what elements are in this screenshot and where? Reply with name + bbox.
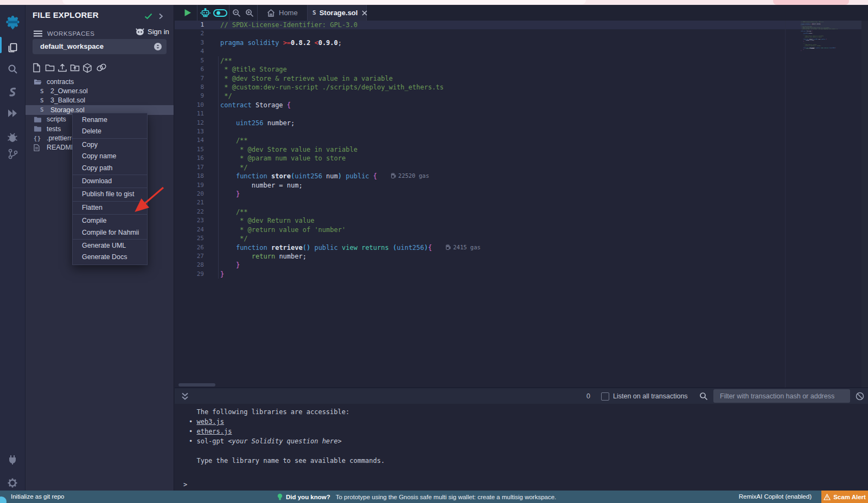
- chevron-right-icon[interactable]: [158, 12, 163, 22]
- code-text: * @dev Return value: [204, 216, 314, 225]
- terminal-link-web3-js[interactable]: web3.js: [196, 418, 224, 425]
- hamburger-menu-icon[interactable]: [34, 29, 42, 39]
- copilot-toggle[interactable]: [213, 9, 227, 17]
- code-line-29[interactable]: 29}: [175, 270, 801, 279]
- cube-icon[interactable]: [82, 63, 92, 75]
- code-line-24[interactable]: 24 * @return value of 'number': [175, 225, 801, 234]
- code-line-1[interactable]: 1// SPDX-License-Identifier: GPL-3.0: [175, 21, 801, 29]
- warning-icon: [824, 494, 831, 500]
- file-explorer-icon[interactable]: [0, 42, 25, 54]
- listen-checkbox[interactable]: [601, 392, 609, 401]
- terminal-link-ethers-js[interactable]: ethers.js: [196, 428, 232, 435]
- line-number: 10: [175, 101, 204, 109]
- file-contracts[interactable]: contracts: [25, 77, 174, 86]
- code-line-2[interactable]: 2: [175, 29, 801, 38]
- code-line-20[interactable]: 20 }: [175, 190, 801, 198]
- menu-item-copy-path[interactable]: Copy path: [73, 163, 147, 174]
- line-number: 26: [175, 243, 204, 252]
- remix-logo-icon[interactable]: [0, 15, 25, 30]
- terminal-prompt[interactable]: >: [183, 481, 187, 488]
- settings-icon[interactable]: [0, 477, 25, 489]
- run-script-icon[interactable]: [184, 9, 192, 17]
- code-line-23[interactable]: 23 * @dev Return value: [175, 216, 801, 225]
- code-text: */: [204, 163, 248, 172]
- menu-item-compile-for-nahmii[interactable]: Compile for Nahmii: [73, 227, 147, 238]
- tab-home[interactable]: Home: [261, 5, 303, 21]
- copilot-status[interactable]: RemixAI Copilot (enabled): [739, 491, 812, 503]
- code-line-3[interactable]: 3pragma solidity >=0.8.2 <0.9.0;: [175, 38, 801, 47]
- code-line-26[interactable]: 26 function retrieve() public view retur…: [175, 243, 801, 252]
- plugin-manager-icon[interactable]: [0, 454, 25, 466]
- line-number: 13: [175, 127, 204, 136]
- code-line-6[interactable]: 6 * @title Storage: [175, 65, 801, 74]
- code-line-4[interactable]: 4: [175, 47, 801, 56]
- code-line-17[interactable]: 17 */: [175, 163, 801, 172]
- ai-copilot-robot-icon[interactable]: [200, 8, 210, 18]
- code-line-10[interactable]: 10contract Storage {: [175, 101, 801, 109]
- code-line-12[interactable]: 12 uint256 number;: [175, 119, 801, 127]
- workspace-select[interactable]: default_workspace: [33, 39, 167, 54]
- code-line-18[interactable]: 18 function store(uint256 num) public {2…: [175, 172, 801, 180]
- code-line-11[interactable]: 11: [175, 109, 801, 118]
- sign-in-button[interactable]: Sign in: [136, 28, 169, 36]
- file-3-ballot-sol[interactable]: S3_Ballot.sol: [25, 96, 174, 105]
- line-number: 24: [175, 225, 204, 234]
- code-lines: 1// SPDX-License-Identifier: GPL-3.023pr…: [175, 21, 801, 279]
- menu-item-generate-docs[interactable]: Generate Docs: [73, 252, 147, 263]
- menu-item-generate-uml[interactable]: Generate UML: [73, 240, 147, 252]
- solidity-icon: S: [40, 106, 48, 113]
- deploy-and-run-icon[interactable]: [0, 108, 25, 119]
- git-init-button[interactable]: Initialize as git repo: [11, 491, 64, 503]
- code-text: * @custom:dev-run-script ./scripts/deplo…: [204, 83, 444, 92]
- menu-item-rename[interactable]: Rename: [73, 114, 147, 126]
- clear-console-icon[interactable]: [856, 392, 864, 403]
- zoom-in-icon[interactable]: [245, 9, 254, 17]
- code-line-28[interactable]: 28 }: [175, 261, 801, 269]
- menu-item-copy-name[interactable]: Copy name: [73, 151, 147, 162]
- expand-terminal-icon[interactable]: [181, 392, 189, 403]
- file-2-owner-sol[interactable]: S2_Owner.sol: [25, 86, 174, 95]
- line-number: 9: [175, 92, 204, 100]
- menu-item-copy[interactable]: Copy: [73, 139, 147, 151]
- code-line-7[interactable]: 7 * @dev Store & retrieve value in a var…: [175, 74, 801, 83]
- code-line-13[interactable]: 13: [175, 127, 801, 136]
- tab-storage-sol[interactable]: S Storage.sol: [307, 5, 367, 21]
- code-line-16[interactable]: 16 * @param num value to store: [175, 154, 801, 163]
- minimap[interactable]: // SPDX-License-Identifier: GPL-3.0 prag…: [801, 21, 861, 112]
- code-line-19[interactable]: 19 number = num;: [175, 181, 801, 190]
- upload-folder-icon[interactable]: [70, 63, 80, 75]
- terminal-search-icon[interactable]: [699, 392, 708, 403]
- search-icon[interactable]: [0, 63, 25, 75]
- terminal[interactable]: The following libraries are accessible:•…: [175, 404, 868, 491]
- git-icon[interactable]: [0, 148, 25, 160]
- debugger-icon[interactable]: [0, 131, 25, 143]
- scam-alert-button[interactable]: Scam Alert: [821, 491, 868, 503]
- solidity-compiler-icon[interactable]: [0, 86, 25, 98]
- close-tab-icon[interactable]: [362, 8, 367, 18]
- code-text: * @dev Store & retrieve value in a varia…: [204, 74, 393, 83]
- new-file-icon[interactable]: [32, 63, 41, 75]
- code-line-15[interactable]: 15 * @dev Store value in variable: [175, 145, 801, 154]
- horizontal-scrollbar-thumb[interactable]: [178, 383, 215, 386]
- line-number: 29: [175, 270, 204, 279]
- menu-item-delete[interactable]: Delete: [73, 126, 147, 137]
- code-editor[interactable]: 1// SPDX-License-Identifier: GPL-3.023pr…: [175, 21, 868, 388]
- lightbulb-icon: [277, 493, 283, 501]
- zoom-out-icon[interactable]: [232, 9, 241, 17]
- code-line-8[interactable]: 8 * @custom:dev-run-script ./scripts/dep…: [175, 83, 801, 92]
- terminal-line: • web3.js: [189, 418, 868, 428]
- panel-title: FILE EXPLORER: [33, 10, 99, 20]
- code-line-22[interactable]: 22 /**: [175, 208, 801, 216]
- transaction-filter-input[interactable]: [713, 389, 850, 403]
- code-line-27[interactable]: 27 return number;: [175, 252, 801, 261]
- code-line-21[interactable]: 21: [175, 198, 801, 207]
- code-line-25[interactable]: 25 */: [175, 234, 801, 243]
- link-icon[interactable]: [96, 63, 107, 74]
- code-line-5[interactable]: 5/**: [175, 56, 801, 65]
- tab-storage-label: Storage.sol: [320, 9, 358, 17]
- annotation-arrow: [123, 180, 171, 221]
- code-line-9[interactable]: 9 */: [175, 92, 801, 100]
- upload-file-icon[interactable]: [58, 63, 67, 75]
- new-folder-icon[interactable]: [45, 63, 55, 75]
- code-line-14[interactable]: 14 /**: [175, 136, 801, 145]
